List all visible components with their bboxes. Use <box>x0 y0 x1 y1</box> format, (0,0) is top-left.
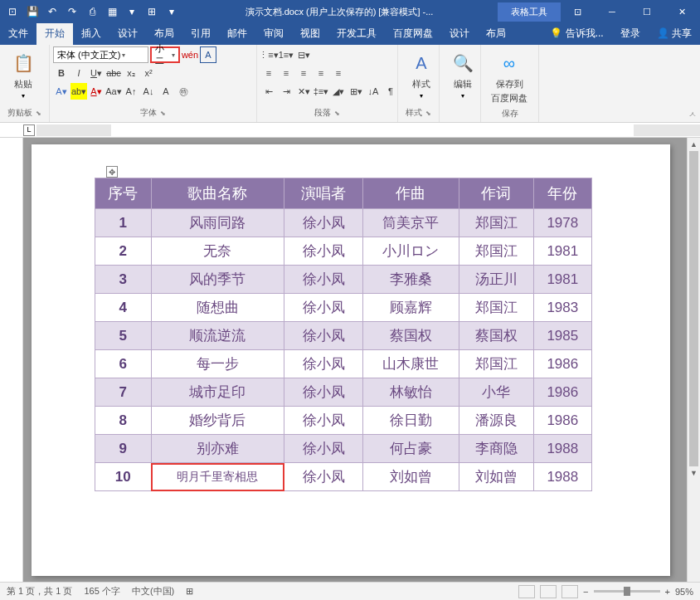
table-cell[interactable]: 何占豪 <box>362 435 459 463</box>
undo-icon[interactable]: ↶ <box>43 2 61 21</box>
touch-mode-icon[interactable]: ⊡ <box>3 2 22 21</box>
zoom-level[interactable]: 95% <box>675 587 693 597</box>
zoom-slider[interactable] <box>594 590 660 593</box>
increase-indent-icon[interactable]: ⇥ <box>278 83 294 100</box>
table-cell[interactable]: 1981 <box>533 237 591 266</box>
table-cell[interactable]: 郑国江 <box>459 294 533 322</box>
table-cell[interactable]: 2 <box>95 237 152 266</box>
table-cell[interactable]: 风的季节 <box>151 266 284 294</box>
maximize-icon[interactable]: ☐ <box>630 2 664 22</box>
view-print-icon[interactable] <box>540 585 557 598</box>
styles-launcher[interactable]: ⬊ <box>425 110 431 117</box>
save-baidu-button[interactable]: ∞ 保存到 百度网盘 <box>484 46 534 108</box>
tab-table-design[interactable]: 设计 <box>441 23 478 45</box>
table-cell[interactable]: 1986 <box>533 350 591 378</box>
table-cell[interactable]: 山木康世 <box>362 350 459 378</box>
align-center-icon[interactable]: ≡ <box>278 65 294 81</box>
table-cell[interactable]: 蔡国权 <box>362 322 459 350</box>
table-cell[interactable]: 小华 <box>459 378 533 407</box>
table-cell[interactable]: 随想曲 <box>151 294 284 322</box>
table-cell[interactable]: 徐小凤 <box>284 209 363 237</box>
table-cell[interactable]: 小川ロン <box>362 237 459 266</box>
distribute-icon[interactable]: ≡ <box>330 65 347 81</box>
collapse-ribbon-icon[interactable]: ㅅ <box>688 109 697 120</box>
page-scroll[interactable]: ✥ 序号歌曲名称演唱者作曲作词年份 1风雨同路徐小凤筒美京平郑国江19782无奈… <box>23 138 700 582</box>
styles-button[interactable]: A 样式 ▾ <box>401 46 441 103</box>
status-words[interactable]: 165 个字 <box>84 585 119 598</box>
table-cell[interactable]: 风雨同路 <box>151 209 284 237</box>
tell-me[interactable]: 💡 告诉我... <box>542 23 611 45</box>
status-extra-icon[interactable]: ⊞ <box>186 586 193 597</box>
table-cell[interactable]: 1985 <box>533 322 591 350</box>
font-color-icon[interactable]: A▾ <box>88 83 105 100</box>
table-cell[interactable]: 3 <box>95 266 152 294</box>
table-cell[interactable]: 徐小凤 <box>284 322 363 350</box>
table-cell[interactable]: 徐小凤 <box>284 266 363 294</box>
table-cell[interactable]: 1986 <box>533 407 591 435</box>
table-cell[interactable]: 1986 <box>533 378 591 407</box>
tab-baidu[interactable]: 百度网盘 <box>385 23 441 45</box>
share-button[interactable]: 👤 共享 <box>649 23 700 45</box>
text-effects-icon[interactable]: A▾ <box>53 83 70 100</box>
clipboard-launcher[interactable]: ⬊ <box>36 110 41 117</box>
close-icon[interactable]: ✕ <box>665 2 698 22</box>
line-spacing-icon[interactable]: ‡≡▾ <box>313 83 329 100</box>
phonetic-guide-icon[interactable]: wén <box>182 46 198 63</box>
table-cell[interactable]: 婚纱背后 <box>151 407 284 435</box>
shrink-font-icon[interactable]: A↓ <box>140 83 157 100</box>
table-cell[interactable]: 徐日勤 <box>362 407 459 435</box>
table-cell[interactable]: 5 <box>95 322 152 350</box>
table-cell[interactable]: 李商隐 <box>459 435 533 463</box>
qat-btn-6[interactable]: ▦ <box>103 2 121 21</box>
table-cell[interactable]: 徐小凤 <box>284 463 363 491</box>
table-cell[interactable]: 每一步 <box>151 350 284 378</box>
table-cell[interactable]: 城市足印 <box>151 378 284 407</box>
numbering-icon[interactable]: 1≡▾ <box>278 46 294 63</box>
zoom-in-icon[interactable]: + <box>665 587 670 597</box>
asian-layout-icon[interactable]: ✕▾ <box>295 83 312 100</box>
underline-icon[interactable]: U▾ <box>88 65 105 81</box>
sort-icon[interactable]: ↓A <box>365 83 382 100</box>
table-cell[interactable]: 1 <box>95 209 152 237</box>
table-cell[interactable]: 4 <box>95 294 152 322</box>
table-cell[interactable]: 顾嘉辉 <box>362 294 459 322</box>
table-cell[interactable]: 刘如曾 <box>362 463 459 491</box>
paragraph-launcher[interactable]: ⬊ <box>334 110 340 117</box>
save-icon[interactable]: 💾 <box>23 2 41 21</box>
bold-icon[interactable]: B <box>53 65 70 81</box>
table-cell[interactable]: 7 <box>95 378 152 407</box>
table-cell[interactable]: 6 <box>95 350 152 378</box>
qat-btn-5[interactable]: ⎙ <box>83 2 101 21</box>
tab-table-layout[interactable]: 布局 <box>478 23 514 45</box>
borders-icon[interactable]: ⊞▾ <box>348 83 364 100</box>
italic-icon[interactable]: I <box>70 65 87 81</box>
table-cell[interactable]: 无奈 <box>151 237 284 266</box>
table-cell[interactable]: 郑国江 <box>459 209 533 237</box>
tab-home[interactable]: 开始 <box>36 23 73 45</box>
tab-view[interactable]: 视图 <box>292 23 328 45</box>
table-cell[interactable]: 徐小凤 <box>284 237 363 266</box>
table-cell[interactable]: 徐小凤 <box>284 378 363 407</box>
shading-icon[interactable]: ◢▾ <box>330 83 347 100</box>
multilevel-icon[interactable]: ⊟▾ <box>295 46 312 63</box>
redo-icon[interactable]: ↷ <box>63 2 81 21</box>
table-cell[interactable]: 汤正川 <box>459 266 533 294</box>
char-border-icon[interactable]: A <box>200 46 216 63</box>
bullets-icon[interactable]: ⋮≡▾ <box>260 46 277 63</box>
minimize-icon[interactable]: ─ <box>595 2 629 22</box>
zoom-out-icon[interactable]: − <box>583 587 588 597</box>
table-cell[interactable]: 李雅桑 <box>362 266 459 294</box>
table-cell[interactable]: 徐小凤 <box>284 350 363 378</box>
ribbon-display-icon[interactable]: ⊡ <box>561 2 594 22</box>
font-size-combo[interactable]: 小二▾ <box>150 46 180 63</box>
editing-button[interactable]: 🔍 编辑 ▾ <box>443 46 483 103</box>
enclose-char-icon[interactable]: ㊕ <box>175 83 192 100</box>
align-left-icon[interactable]: ≡ <box>260 65 277 81</box>
table-move-handle[interactable]: ✥ <box>106 166 118 178</box>
tab-mailings[interactable]: 邮件 <box>219 23 255 45</box>
table-cell[interactable]: 10 <box>95 463 152 491</box>
login-button[interactable]: 登录 <box>612 23 649 45</box>
show-marks-icon[interactable]: ¶ <box>382 83 399 100</box>
tab-review[interactable]: 审阅 <box>255 23 292 45</box>
paste-button[interactable]: 📋 粘贴 ▾ <box>3 46 43 103</box>
